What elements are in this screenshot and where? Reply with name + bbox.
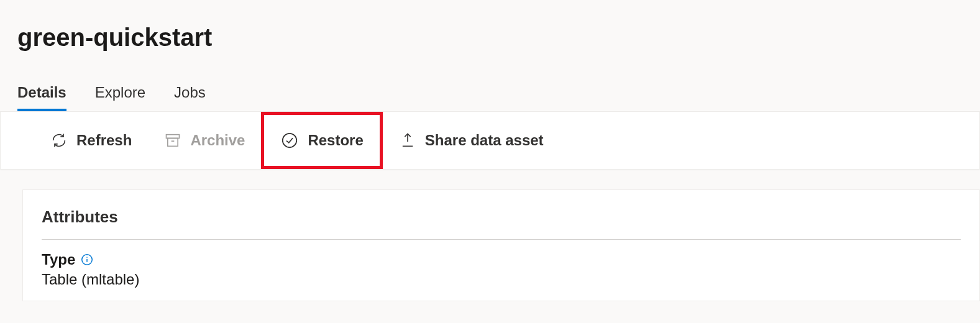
tab-jobs[interactable]: Jobs bbox=[174, 84, 206, 111]
archive-button: Archive bbox=[148, 112, 261, 169]
attr-type-label: Type bbox=[42, 251, 75, 268]
attr-type-row: Type bbox=[42, 251, 961, 268]
restore-button[interactable]: Restore bbox=[261, 112, 382, 169]
share-label: Share data asset bbox=[425, 132, 544, 149]
svg-rect-0 bbox=[167, 135, 180, 139]
page-title: green-quickstart bbox=[0, 0, 980, 52]
archive-label: Archive bbox=[190, 132, 245, 149]
refresh-label: Refresh bbox=[76, 132, 132, 149]
toolbar: Refresh Archive Restore bbox=[0, 111, 980, 170]
info-icon[interactable] bbox=[80, 253, 94, 266]
attributes-panel: Attributes Type Table (mltable) bbox=[22, 189, 980, 301]
share-data-asset-button[interactable]: Share data asset bbox=[383, 112, 560, 169]
refresh-icon bbox=[50, 132, 68, 149]
svg-point-3 bbox=[283, 134, 297, 148]
refresh-button[interactable]: Refresh bbox=[34, 112, 148, 169]
checkmark-circle-icon bbox=[280, 131, 299, 150]
svg-point-8 bbox=[87, 257, 88, 258]
tab-explore[interactable]: Explore bbox=[95, 84, 145, 111]
svg-rect-1 bbox=[168, 139, 178, 147]
attributes-heading: Attributes bbox=[42, 207, 961, 240]
tab-details[interactable]: Details bbox=[17, 84, 66, 111]
archive-icon bbox=[164, 132, 181, 149]
attr-type-value: Table (mltable) bbox=[42, 271, 961, 288]
share-upload-icon bbox=[399, 132, 416, 149]
restore-label: Restore bbox=[308, 132, 363, 149]
tab-bar: Details Explore Jobs bbox=[0, 52, 980, 111]
